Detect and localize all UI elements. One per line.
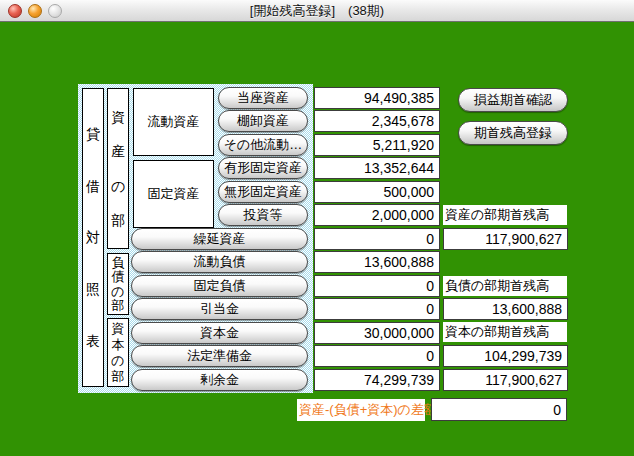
profit-loss-opening-check-button[interactable]: 損益期首確認 <box>458 88 568 112</box>
liabilities-opening-balance-label: 負債の部期首残高 <box>443 276 567 296</box>
btn-fixed-liabilities[interactable]: 固定負債 <box>131 275 308 297</box>
btn-capital-stock[interactable]: 資本金 <box>131 322 308 344</box>
minimize-icon[interactable] <box>28 4 42 18</box>
btn-deferred-assets[interactable]: 繰延資産 <box>131 228 308 250</box>
category-fixed-assets: 固定資産 <box>133 160 214 228</box>
field-intangible-fixed-assets[interactable]: 500,000 <box>314 181 440 203</box>
section-capital: 資本の部 <box>107 318 129 387</box>
capital-opening-balance-total: 104,299,739 <box>443 345 568 367</box>
opening-balance-register-button[interactable]: 期首残高登録 <box>458 121 568 145</box>
app-window: [開始残高登録] (38期) 貸借対照表 資産の部 負債の部 資本の部 流動資産… <box>0 0 634 456</box>
liabilities-capital-grand-total: 117,900,627 <box>443 369 568 391</box>
field-fixed-liabilities[interactable]: 0 <box>314 275 440 297</box>
liabilities-opening-balance-total: 13,600,888 <box>443 298 568 320</box>
field-allowances[interactable]: 0 <box>314 298 440 320</box>
btn-current-liabilities[interactable]: 流動負債 <box>131 251 308 273</box>
field-other-current-assets[interactable]: 5,211,920 <box>314 134 440 156</box>
btn-quick-assets[interactable]: 当座資産 <box>218 87 308 109</box>
difference-label: 資産-(負債+資本)の差額 <box>297 399 425 421</box>
category-current-assets: 流動資産 <box>133 88 214 156</box>
traffic-lights <box>8 4 62 18</box>
field-current-liabilities[interactable]: 13,600,888 <box>314 251 440 273</box>
assets-opening-balance-label: 資産の部期首残高 <box>443 205 567 225</box>
field-investments[interactable]: 2,000,000 <box>314 204 440 226</box>
close-icon[interactable] <box>8 4 22 18</box>
balance-sheet-vertical-title: 貸借対照表 <box>82 88 104 387</box>
field-legal-reserves[interactable]: 0 <box>314 345 440 367</box>
btn-allowances[interactable]: 引当金 <box>131 298 308 320</box>
capital-opening-balance-label: 資本の部期首残高 <box>443 322 567 342</box>
window-title: [開始残高登録] (38期) <box>250 2 384 20</box>
field-surplus[interactable]: 74,299,739 <box>314 369 440 391</box>
field-quick-assets[interactable]: 94,490,385 <box>314 87 440 109</box>
difference-value: 0 <box>431 398 567 421</box>
field-tangible-fixed-assets[interactable]: 13,352,644 <box>314 157 440 179</box>
zoom-icon <box>48 4 62 18</box>
field-inventory-assets[interactable]: 2,345,678 <box>314 110 440 132</box>
main-content: 貸借対照表 資産の部 負債の部 資本の部 流動資産 固定資産 当座資産 棚卸資産… <box>0 22 634 456</box>
btn-legal-reserves[interactable]: 法定準備金 <box>131 345 308 367</box>
btn-investments[interactable]: 投資等 <box>218 204 308 226</box>
btn-tangible-fixed-assets[interactable]: 有形固定資産 <box>218 157 308 179</box>
section-assets: 資産の部 <box>107 88 129 249</box>
assets-opening-balance-total: 117,900,627 <box>443 228 568 250</box>
btn-intangible-fixed-assets[interactable]: 無形固定資産 <box>218 181 308 203</box>
section-liabilities: 負債の部 <box>107 253 129 315</box>
btn-surplus[interactable]: 剰余金 <box>131 369 308 391</box>
titlebar[interactable]: [開始残高登録] (38期) <box>0 0 634 22</box>
btn-other-current-assets[interactable]: その他流動… <box>218 134 308 156</box>
field-deferred-assets[interactable]: 0 <box>314 228 440 250</box>
balance-sheet-panel: 貸借対照表 資産の部 負債の部 資本の部 流動資産 固定資産 当座資産 棚卸資産… <box>78 84 313 393</box>
btn-inventory-assets[interactable]: 棚卸資産 <box>218 110 308 132</box>
field-capital-stock[interactable]: 30,000,000 <box>314 322 440 344</box>
